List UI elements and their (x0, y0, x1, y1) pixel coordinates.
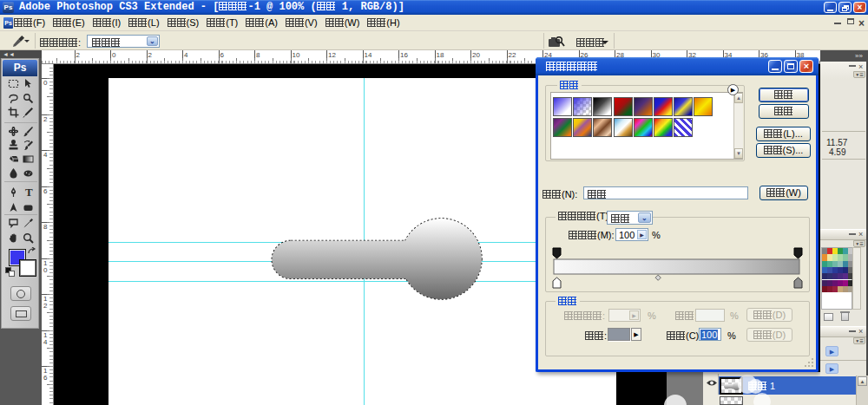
svg-text:T: T (25, 186, 33, 198)
